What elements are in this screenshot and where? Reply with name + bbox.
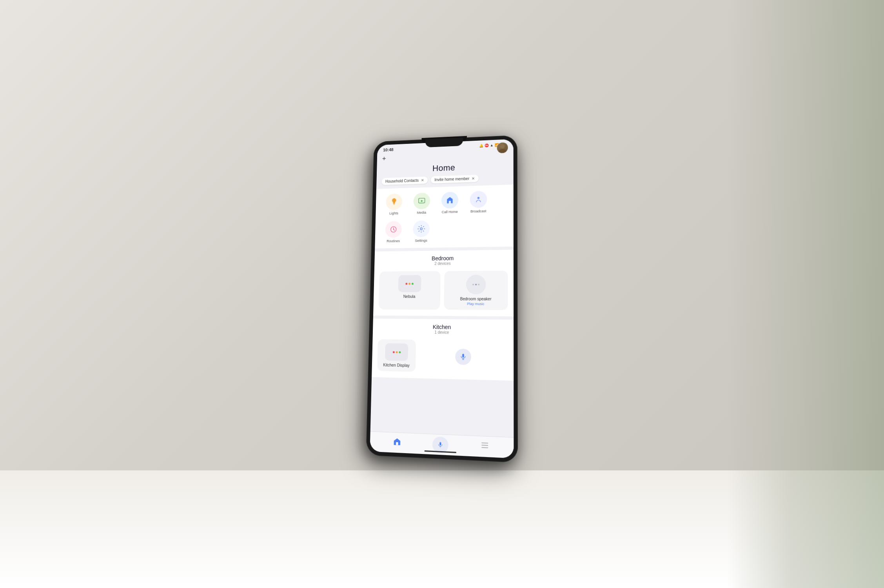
kitchen-display-icon-wrap [385, 343, 408, 361]
shortcuts-grid: Lights Media [375, 185, 514, 249]
speaker-dot-3 [477, 284, 479, 285]
phone-notch [425, 138, 463, 147]
shortcut-broadcast-label: Broadcast [470, 209, 486, 213]
kdot-red [392, 351, 394, 353]
svg-point-9 [420, 228, 422, 230]
svg-rect-2 [393, 203, 395, 204]
svg-rect-16 [481, 443, 488, 444]
add-button[interactable]: + [382, 155, 386, 163]
bedroom-speaker-action[interactable]: Play music [467, 302, 484, 306]
broadcast-icon [470, 191, 487, 208]
dot-orange [408, 283, 410, 285]
nebula-name: Nebula [403, 294, 415, 299]
shortcut-lights-label: Lights [389, 211, 398, 215]
kitchen-mic-button[interactable] [455, 348, 471, 365]
chip-household-close[interactable]: ✕ [421, 178, 424, 182]
app-content: + Home Household Contacts ✕ Invite home … [370, 148, 514, 457]
kitchen-subtitle: 1 device [378, 330, 508, 336]
status-time: 10:48 [383, 147, 393, 152]
dot-green [411, 283, 413, 285]
phone-outer: 10:48 🔔 ⛔ ▲ 📶 95% [366, 135, 518, 463]
wifi-icon: ▲ [490, 143, 493, 147]
shortcut-settings[interactable]: Settings [408, 218, 435, 245]
chip-invite-close[interactable]: ✕ [472, 176, 475, 181]
bedroom-speaker-name: Bedroom speaker [460, 297, 491, 301]
shortcut-routines[interactable]: Routines [380, 219, 407, 245]
shortcut-call-home-label: Call Home [441, 210, 457, 214]
svg-rect-14 [439, 442, 441, 445]
bedroom-devices: Nebula Bedroom speaker [378, 269, 508, 312]
call-home-icon [441, 192, 458, 209]
notification-icon: 🔔 [479, 144, 483, 148]
kitchen-display-name: Kitchen Display [383, 363, 410, 368]
chip-invite[interactable]: Invite home member ✕ [430, 175, 478, 183]
dot-red [405, 283, 407, 285]
nebula-dots [405, 283, 413, 285]
svg-rect-10 [462, 354, 464, 357]
device-kitchen-display[interactable]: Kitchen Display [377, 339, 416, 372]
right-shadow [727, 0, 884, 588]
device-nebula[interactable]: Nebula [378, 271, 440, 310]
device-bedroom-speaker[interactable]: Bedroom speaker Play music [444, 270, 508, 310]
svg-point-8 [393, 229, 394, 230]
kdot-orange [396, 351, 398, 353]
shortcut-call-home[interactable]: Call Home [436, 189, 463, 216]
svg-rect-17 [481, 445, 488, 446]
nebula-icon-wrap [398, 275, 421, 292]
phone-screen: 10:48 🔔 ⛔ ▲ 📶 95% [370, 139, 514, 459]
chip-invite-label: Invite home member [434, 176, 469, 182]
svg-point-0 [500, 144, 505, 149]
shortcut-routines-label: Routines [387, 239, 400, 243]
svg-rect-13 [396, 442, 398, 445]
speaker-dots [472, 284, 479, 285]
section-kitchen: Kitchen 1 device [372, 319, 514, 381]
speaker-dot-2 [475, 284, 476, 285]
kdot-green [398, 351, 400, 353]
nav-home[interactable] [393, 437, 401, 448]
svg-point-6 [477, 197, 479, 199]
speaker-icon-wrap [466, 275, 486, 294]
settings-icon [413, 220, 430, 237]
shortcut-lights[interactable]: Lights [381, 191, 407, 218]
chip-household-label: Household Contacts [385, 178, 418, 183]
shortcut-media[interactable]: Media [408, 190, 435, 217]
svg-rect-18 [481, 447, 488, 448]
media-icon [413, 192, 430, 209]
bedroom-subtitle: 2 devices [379, 261, 508, 266]
dnd-icon: ⛔ [485, 143, 489, 147]
nav-list[interactable] [480, 441, 489, 453]
shortcut-broadcast[interactable]: Broadcast [465, 188, 492, 216]
kitchen-dots [392, 351, 401, 353]
routines-icon [385, 221, 402, 238]
section-bedroom: Bedroom 2 devices [373, 250, 514, 316]
lights-icon [386, 193, 402, 210]
svg-rect-3 [393, 204, 394, 205]
speaker-dot-1 [472, 284, 474, 285]
svg-marker-5 [421, 200, 423, 202]
phone-wrapper: 10:48 🔔 ⛔ ▲ 📶 95% [366, 135, 518, 463]
shortcut-settings-label: Settings [415, 239, 427, 243]
chip-household[interactable]: Household Contacts ✕ [381, 176, 428, 185]
shortcut-media-label: Media [417, 211, 426, 214]
kitchen-devices: Kitchen Display [377, 338, 508, 376]
